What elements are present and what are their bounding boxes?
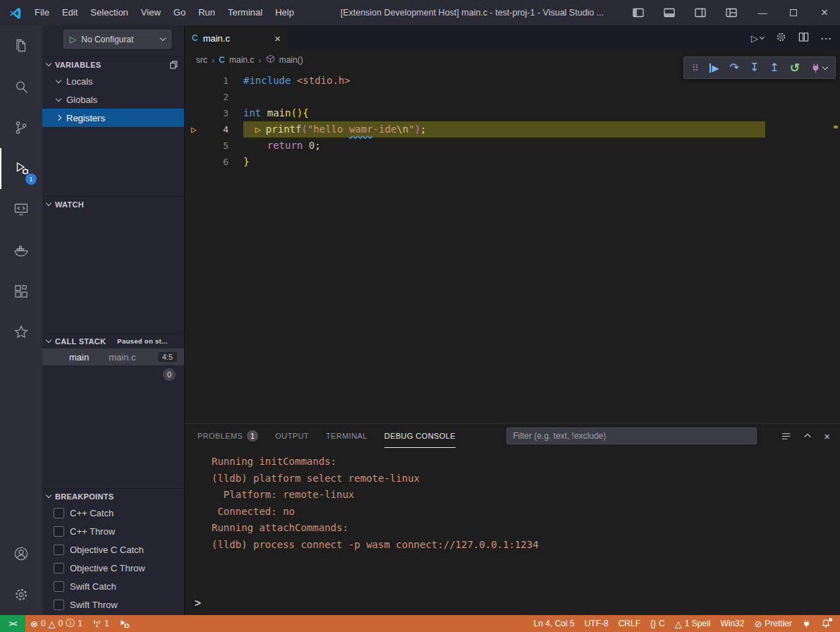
restart-button[interactable]: ↺ bbox=[790, 61, 800, 75]
maximize-panel-icon[interactable] bbox=[803, 431, 812, 441]
debug-session-status[interactable] bbox=[114, 615, 135, 632]
breakpoint-swift-throw[interactable]: Swift Throw bbox=[42, 595, 184, 614]
gutter-glyph-margin[interactable] bbox=[185, 73, 203, 89]
breadcrumb-file[interactable]: main.c bbox=[229, 55, 254, 65]
activity-settings[interactable] bbox=[0, 574, 42, 615]
code-editor[interactable]: 1 #include <stdio.h> 2 3 int main(){ ▷ 4… bbox=[185, 69, 840, 423]
encoding-status[interactable]: UTF-8 bbox=[580, 615, 614, 632]
code-line-6[interactable]: 6 } bbox=[185, 154, 840, 170]
breadcrumb-folder[interactable]: src bbox=[196, 55, 207, 65]
activity-search[interactable] bbox=[0, 66, 42, 107]
debug-config-dropdown[interactable]: ▷ No Configurat bbox=[63, 30, 171, 49]
breakpoint-checkbox[interactable] bbox=[54, 526, 64, 537]
close-panel-icon[interactable]: × bbox=[824, 430, 830, 442]
spell-checker-status[interactable]: △ 1 Spell bbox=[670, 615, 716, 632]
toggle-panel-icon[interactable] bbox=[654, 0, 685, 25]
breakpoint-cpp-catch[interactable]: C++ Catch bbox=[42, 504, 184, 522]
gutter-glyph-margin[interactable] bbox=[185, 89, 203, 105]
breadcrumb-symbol[interactable]: main() bbox=[279, 55, 303, 65]
gutter-glyph-margin[interactable]: ▷ bbox=[185, 121, 203, 138]
plug-status[interactable] bbox=[797, 615, 816, 632]
code-line-2[interactable]: 2 bbox=[185, 89, 840, 105]
split-editor-icon[interactable] bbox=[798, 32, 809, 45]
activity-favorites[interactable] bbox=[0, 312, 42, 353]
watch-header[interactable]: WATCH bbox=[42, 196, 184, 212]
more-actions-icon[interactable]: ⋯ bbox=[820, 32, 832, 45]
activity-run-debug[interactable]: 1 bbox=[0, 148, 42, 189]
start-debug-icon[interactable]: ▷ bbox=[70, 35, 76, 44]
code-line-4[interactable]: ▷ 4 ▷printf("hello wamr-ide\n"); bbox=[185, 121, 840, 138]
copy-icon[interactable] bbox=[169, 60, 178, 70]
gutter-glyph-margin[interactable] bbox=[185, 138, 203, 154]
gutter-glyph-margin[interactable] bbox=[185, 154, 203, 170]
filter-lines-icon[interactable] bbox=[781, 431, 791, 442]
tab-terminal[interactable]: TERMINAL bbox=[326, 424, 367, 448]
tab-problems[interactable]: PROBLEMS 1 bbox=[197, 424, 258, 448]
variables-item-locals[interactable]: Locals bbox=[42, 72, 184, 90]
step-out-button[interactable]: ↥ bbox=[769, 62, 779, 73]
breakpoint-swift-catch[interactable]: Swift Catch bbox=[42, 577, 184, 595]
step-into-button[interactable]: ↧ bbox=[750, 62, 759, 73]
remote-indicator[interactable]: >< bbox=[0, 615, 25, 632]
code-line-5[interactable]: 5 return 0; bbox=[185, 138, 840, 154]
title-bar: File Edit Selection View Go Run Terminal… bbox=[0, 0, 840, 25]
activity-docker[interactable] bbox=[0, 230, 42, 271]
menu-edit[interactable]: Edit bbox=[56, 0, 84, 25]
breakpoint-objc-catch[interactable]: Objective C Catch bbox=[42, 540, 184, 559]
stack-frame-row[interactable]: main main.c 4:5 bbox=[42, 348, 184, 365]
activity-extensions[interactable] bbox=[0, 271, 42, 312]
menu-view[interactable]: View bbox=[135, 0, 167, 25]
activity-remote-explorer[interactable] bbox=[0, 189, 42, 230]
menu-terminal[interactable]: Terminal bbox=[221, 0, 269, 25]
activity-accounts[interactable] bbox=[0, 533, 42, 574]
menu-help[interactable]: Help bbox=[269, 0, 300, 25]
breakpoint-checkbox[interactable] bbox=[54, 508, 64, 518]
tab-debug-console[interactable]: DEBUG CONSOLE bbox=[384, 424, 456, 448]
tab-main-c[interactable]: C main.c × bbox=[185, 25, 288, 51]
platform-status[interactable]: Win32 bbox=[715, 615, 749, 632]
language-mode[interactable]: {} C bbox=[645, 615, 670, 632]
menu-file[interactable]: File bbox=[28, 0, 56, 25]
breakpoint-checkbox[interactable] bbox=[54, 581, 64, 592]
variables-item-registers[interactable]: Registers bbox=[42, 109, 184, 127]
disconnect-button[interactable] bbox=[810, 63, 827, 73]
menu-run[interactable]: Run bbox=[192, 0, 221, 25]
drag-gripper-icon[interactable]: ⠿ bbox=[692, 63, 699, 73]
maximize-button[interactable] bbox=[778, 0, 809, 25]
console-filter-input[interactable] bbox=[506, 427, 757, 444]
eol-status[interactable]: CRLF bbox=[614, 615, 645, 632]
ports-status[interactable]: 1 bbox=[87, 615, 114, 632]
callstack-header[interactable]: CALL STACK Paused on st... bbox=[42, 333, 184, 348]
toggle-secondary-sidebar-icon[interactable] bbox=[685, 0, 716, 25]
code-line-3[interactable]: 3 int main(){ bbox=[185, 105, 840, 121]
breakpoint-objc-throw[interactable]: Objective C Throw bbox=[42, 559, 184, 577]
continue-button[interactable]: ▶ bbox=[710, 63, 719, 73]
cursor-position[interactable]: Ln 4, Col 5 bbox=[529, 615, 580, 632]
close-button[interactable]: × bbox=[809, 0, 840, 25]
customize-layout-icon[interactable] bbox=[716, 0, 747, 25]
console-prompt-icon[interactable]: > bbox=[195, 597, 201, 609]
tab-output[interactable]: OUTPUT bbox=[275, 424, 309, 448]
variables-header[interactable]: VARIABLES bbox=[42, 56, 184, 72]
problems-status[interactable]: ⊗0 △0 ⓘ1 bbox=[25, 615, 87, 632]
variables-item-globals[interactable]: Globals bbox=[42, 90, 184, 109]
breakpoint-cpp-throw[interactable]: C++ Throw bbox=[42, 522, 184, 540]
gutter-glyph-margin[interactable] bbox=[185, 105, 203, 121]
menu-selection[interactable]: Selection bbox=[84, 0, 134, 25]
activity-explorer[interactable] bbox=[0, 25, 42, 66]
breakpoint-checkbox[interactable] bbox=[54, 600, 64, 610]
toggle-primary-sidebar-icon[interactable] bbox=[623, 0, 654, 25]
gear-icon[interactable] bbox=[775, 31, 787, 46]
step-over-button[interactable]: ↷ bbox=[730, 62, 739, 73]
notifications-bell[interactable] bbox=[816, 615, 836, 632]
breakpoints-header[interactable]: BREAKPOINTS bbox=[42, 488, 184, 504]
breakpoint-checkbox[interactable] bbox=[54, 545, 64, 555]
formatter-status[interactable]: ⊘ Prettier bbox=[749, 615, 797, 632]
breakpoint-checkbox[interactable] bbox=[54, 563, 64, 573]
plug-icon bbox=[802, 619, 811, 628]
minimize-button[interactable]: — bbox=[747, 0, 778, 25]
close-icon[interactable]: × bbox=[274, 32, 281, 44]
run-file-button[interactable]: ▷ bbox=[751, 33, 764, 44]
menu-go[interactable]: Go bbox=[167, 0, 192, 25]
activity-source-control[interactable] bbox=[0, 107, 42, 148]
